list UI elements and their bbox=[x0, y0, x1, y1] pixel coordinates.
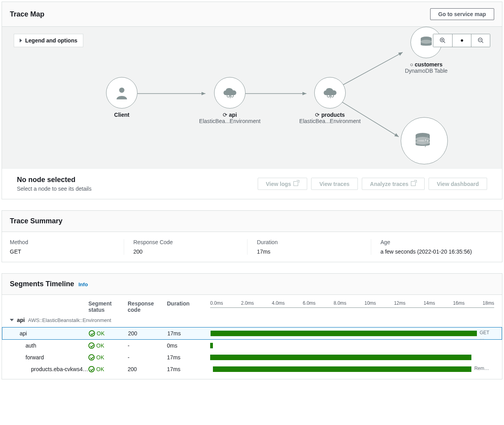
segment-response: 200 bbox=[128, 330, 167, 337]
segment-duration: 17ms bbox=[167, 330, 211, 337]
svg-point-14 bbox=[231, 95, 233, 97]
node-api[interactable]: ⟳ api ElasticBea...Environment bbox=[191, 77, 269, 124]
node-database[interactable] bbox=[401, 117, 448, 167]
segment-rows: apiOK20017msGET …authOK-0msforwardOK-17m… bbox=[2, 327, 502, 375]
trace-map-panel: Trace Map Go to service map Legend and o… bbox=[2, 2, 502, 199]
trace-summary-header: Trace Summary bbox=[2, 211, 502, 232]
user-icon bbox=[114, 85, 130, 101]
summary-grid: Method GET Response Code 200 Duration 17… bbox=[2, 232, 502, 262]
segment-name: products.eba-cvkws4f… bbox=[10, 366, 88, 372]
external-link-icon bbox=[411, 180, 416, 186]
svg-point-16 bbox=[327, 95, 330, 97]
node-products[interactable]: ⟳ products ElasticBea...Environment bbox=[291, 77, 369, 124]
segment-response: 200 bbox=[128, 366, 167, 372]
segment-bar: Rem… bbox=[210, 366, 494, 373]
segment-status: OK bbox=[89, 330, 128, 337]
details-title: No node selected bbox=[17, 176, 92, 184]
segment-status: OK bbox=[88, 354, 128, 361]
ok-icon bbox=[89, 330, 95, 337]
svg-point-12 bbox=[119, 88, 124, 93]
cloud-service-icon bbox=[321, 86, 339, 100]
info-link[interactable]: Info bbox=[79, 281, 88, 287]
svg-point-13 bbox=[227, 95, 229, 97]
segment-row[interactable]: forwardOK-17ms bbox=[2, 351, 502, 363]
caret-right-icon bbox=[20, 39, 22, 42]
segments-timeline-panel: Segments Timeline Info Segment status Re… bbox=[2, 273, 502, 379]
trace-summary-panel: Trace Summary Method GET Response Code 2… bbox=[2, 210, 502, 262]
goto-service-map-button[interactable]: Go to service map bbox=[430, 8, 494, 20]
segment-name: auth bbox=[10, 342, 88, 349]
view-dashboard-button[interactable]: View dashboard bbox=[429, 178, 487, 190]
cloud-service-icon bbox=[221, 86, 238, 100]
zoom-out-button[interactable] bbox=[471, 34, 490, 47]
view-traces-button[interactable]: View traces bbox=[311, 178, 358, 190]
summary-duration: Duration 17ms bbox=[247, 239, 371, 255]
segment-status: OK bbox=[88, 342, 128, 349]
legend-options-button[interactable]: Legend and options bbox=[14, 34, 83, 47]
ok-icon bbox=[88, 342, 95, 349]
zoom-controls bbox=[433, 34, 490, 47]
zoom-in-button[interactable] bbox=[433, 34, 452, 47]
database-icon bbox=[418, 35, 434, 50]
external-link-icon bbox=[293, 180, 299, 186]
ok-icon bbox=[88, 354, 95, 361]
segment-duration: 17ms bbox=[167, 366, 210, 372]
dot-icon bbox=[460, 39, 464, 42]
caret-down-icon bbox=[10, 319, 14, 321]
trace-summary-title: Trace Summary bbox=[10, 217, 62, 225]
svg-line-1 bbox=[444, 41, 445, 43]
segment-response: - bbox=[128, 342, 167, 349]
segment-bar bbox=[210, 354, 494, 361]
segment-group-toggle[interactable]: api AWS::ElasticBeanstalk::Environment bbox=[2, 313, 502, 327]
database-flash-icon bbox=[412, 129, 436, 153]
segments-timeline-title: Segments Timeline Info bbox=[10, 280, 88, 288]
svg-point-17 bbox=[331, 95, 334, 97]
summary-age: Age a few seconds (2022-01-20 16:35:56) bbox=[371, 239, 495, 255]
zoom-in-icon bbox=[440, 37, 446, 44]
segment-duration: 17ms bbox=[167, 354, 210, 361]
segment-bar: GET … bbox=[211, 330, 494, 337]
ok-icon bbox=[88, 366, 95, 372]
details-subtitle: Select a node to see its details bbox=[17, 186, 92, 192]
timeline-columns: Segment status Response code Duration 0.… bbox=[2, 295, 502, 313]
segment-duration: 0ms bbox=[167, 342, 210, 349]
node-details-bar: No node selected Select a node to see it… bbox=[2, 168, 502, 199]
segment-status: OK bbox=[88, 366, 128, 372]
segments-timeline-header: Segments Timeline Info bbox=[2, 274, 502, 295]
segment-name: api bbox=[10, 330, 89, 337]
node-client[interactable]: Client bbox=[106, 77, 137, 118]
segment-row[interactable]: products.eba-cvkws4f…OK20017msRem… bbox=[2, 363, 502, 375]
trace-map-header: Trace Map Go to service map bbox=[2, 2, 502, 27]
segment-row[interactable]: authOK-0ms bbox=[2, 340, 502, 351]
timeline-ticks: 0.0ms2.0ms4.0ms6.0ms8.0ms10ms12ms14ms16m… bbox=[210, 300, 494, 308]
segment-bar bbox=[210, 342, 494, 349]
trace-map-title: Trace Map bbox=[10, 10, 44, 18]
svg-line-6 bbox=[482, 41, 483, 43]
summary-method: Method GET bbox=[10, 239, 124, 255]
view-logs-button[interactable]: View logs bbox=[258, 178, 307, 190]
analyze-traces-button[interactable]: Analyze traces bbox=[362, 178, 425, 190]
svg-point-4 bbox=[461, 39, 463, 42]
zoom-out-icon bbox=[478, 37, 484, 44]
zoom-reset-button[interactable] bbox=[452, 34, 471, 47]
trace-map-canvas[interactable]: Legend and options Client bbox=[2, 27, 502, 168]
segment-name: forward bbox=[10, 354, 88, 361]
summary-response: Response Code 200 bbox=[124, 239, 247, 255]
segment-response: - bbox=[128, 354, 167, 361]
svg-point-20 bbox=[421, 40, 432, 44]
segment-row[interactable]: apiOK20017msGET … bbox=[2, 327, 502, 340]
